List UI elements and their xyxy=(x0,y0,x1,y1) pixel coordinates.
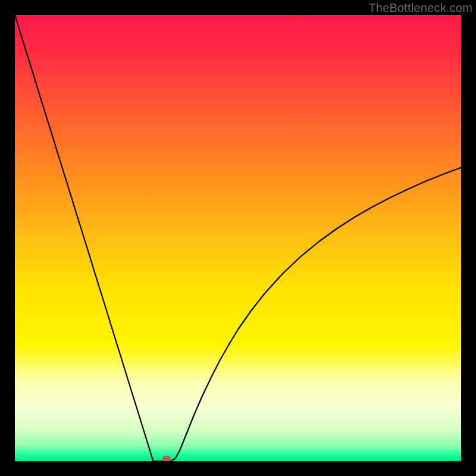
chart-frame: TheBottleneck.com xyxy=(0,0,476,476)
optimal-point-marker xyxy=(162,456,171,461)
plot-area xyxy=(15,15,461,461)
bottleneck-curve xyxy=(15,15,461,461)
watermark-text: TheBottleneck.com xyxy=(368,1,472,15)
